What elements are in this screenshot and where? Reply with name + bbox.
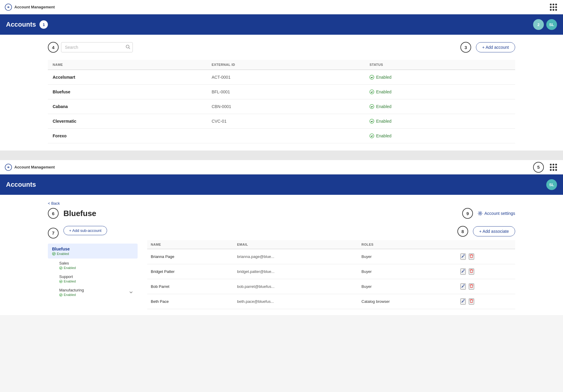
- edit-icon: [461, 299, 465, 303]
- delete-associate-button[interactable]: [469, 283, 474, 290]
- assoc-name-cell: Brianna Page: [151, 254, 174, 259]
- grid-menu-button[interactable]: [549, 2, 558, 12]
- tree-child-item[interactable]: Support Enabled: [55, 272, 138, 285]
- edit-icon: [461, 269, 465, 273]
- top-bar-2: Account Management 5: [0, 160, 563, 174]
- add-sub-account-button[interactable]: + Add sub-account: [63, 226, 107, 235]
- add-account-button[interactable]: + Add account: [476, 42, 515, 52]
- num-circle-6: 6: [48, 208, 59, 219]
- assoc-row[interactable]: Brianna Page brianna.page@blue... Buyer: [147, 249, 515, 264]
- num-circle-7: 7: [48, 228, 59, 238]
- tree-root-name: Bluefuse: [52, 247, 133, 251]
- add-associate-button[interactable]: + Add associate: [473, 226, 515, 236]
- enabled-icon: [369, 104, 374, 109]
- assoc-name-cell: Bob Parret: [151, 284, 169, 289]
- action-icons: [460, 253, 512, 260]
- num-circle-3: 3: [460, 42, 471, 53]
- action-icons: [460, 298, 512, 305]
- delete-icon: [469, 269, 474, 273]
- enabled-icon: [369, 75, 374, 80]
- col-status: STATUS: [365, 60, 515, 70]
- status-cell: Enabled: [369, 75, 510, 80]
- assoc-name-cell: Beth Pace: [151, 299, 169, 304]
- header-title-2: Accounts: [6, 181, 36, 189]
- search-icon: [126, 45, 130, 49]
- user-avatar-initials-1[interactable]: SL: [546, 19, 557, 30]
- table-row[interactable]: Forexo Enabled: [48, 129, 515, 143]
- logo-icon: [5, 4, 12, 11]
- assoc-col-name: NAME: [147, 240, 233, 249]
- tree-child-status: Enabled: [59, 293, 84, 297]
- edit-associate-button[interactable]: [460, 268, 466, 275]
- account-title: Bluefuse: [63, 209, 96, 218]
- search-input[interactable]: [61, 42, 133, 52]
- account-name-cell: Cabana: [53, 104, 68, 109]
- app-logo-2: Account Management: [5, 164, 55, 171]
- right-column: 8 + Add associate NAME EMAIL ROLES: [147, 226, 515, 309]
- assoc-role-cell: Catalog browser: [361, 299, 390, 304]
- edit-icon: [461, 254, 465, 258]
- assoc-row[interactable]: Bob Parret bob.parret@bluefus... Buyer: [147, 279, 515, 294]
- assoc-toolbar: 8 + Add associate: [147, 226, 515, 237]
- user-initials-2: SL: [549, 183, 554, 187]
- svg-point-9: [480, 213, 481, 214]
- page-header: 6 Bluefuse 9 Account settings: [48, 208, 515, 219]
- enabled-icon-child: [59, 266, 63, 270]
- tree-child-status: Enabled: [59, 266, 76, 270]
- edit-associate-button[interactable]: [460, 253, 466, 260]
- account-name-cell: Accelsmart: [53, 75, 75, 80]
- grid-menu-button-2[interactable]: [549, 162, 558, 172]
- account-settings-button[interactable]: Account settings: [478, 211, 515, 216]
- accounts-section: 4 3 + Add account: [0, 35, 563, 151]
- delete-associate-button[interactable]: [469, 268, 474, 275]
- delete-icon: [469, 299, 474, 303]
- two-col-layout: 7 + Add sub-account Bluefuse Enabled: [48, 226, 515, 309]
- app-logo: Account Management: [5, 4, 55, 11]
- search-button[interactable]: [126, 45, 130, 50]
- delete-associate-button[interactable]: [469, 298, 474, 305]
- external-id-cell: ACT-0001: [211, 75, 230, 80]
- tree-child-item[interactable]: Sales Enabled: [55, 259, 138, 272]
- external-id-cell: BFL-0001: [211, 89, 230, 94]
- header-badge-1: 1: [39, 20, 48, 29]
- assoc-name-cell: Bridget Patter: [151, 269, 175, 274]
- search-wrapper: [61, 42, 133, 52]
- edit-associate-button[interactable]: [460, 283, 466, 290]
- table-row[interactable]: Clevermatic CVC-01 Enabled: [48, 114, 515, 129]
- table-row[interactable]: Cabana CBN-0001 Enabled: [48, 99, 515, 114]
- tree-child-name: Sales: [59, 261, 76, 265]
- account-detail-section: < Back 6 Bluefuse 9 Account settings: [0, 195, 563, 315]
- assoc-email-cell: bridget.patter@blue...: [237, 269, 274, 274]
- enabled-icon-child: [59, 293, 63, 297]
- assoc-row[interactable]: Bridget Patter bridget.patter@blue... Bu…: [147, 264, 515, 279]
- account-name-cell: Forexo: [53, 133, 67, 138]
- tree-child-name: Manufacturing: [59, 288, 84, 292]
- accounts-toolbar: 4 3 + Add account: [48, 42, 515, 53]
- table-row[interactable]: Accelsmart ACT-0001 Enabled: [48, 70, 515, 85]
- account-name-cell: Bluefuse: [53, 89, 70, 94]
- delete-associate-button[interactable]: [469, 253, 474, 260]
- grid-icon: [550, 4, 557, 11]
- status-cell: Enabled: [369, 133, 510, 138]
- tree-child-status: Enabled: [59, 279, 76, 283]
- enabled-icon: [369, 119, 374, 124]
- svg-line-2: [129, 48, 130, 49]
- enabled-icon: [369, 89, 374, 94]
- accounts-table: NAME EXTERNAL ID STATUS Accelsmart ACT-0…: [48, 60, 515, 143]
- tree-child-info: Support Enabled: [59, 274, 76, 283]
- tree-child-item[interactable]: Manufacturing Enabled: [55, 285, 138, 299]
- action-icons: [460, 283, 512, 290]
- assoc-row[interactable]: Beth Pace beth.pace@bluefus... Catalog b…: [147, 294, 515, 309]
- edit-associate-button[interactable]: [460, 298, 466, 305]
- col-external-id: EXTERNAL ID: [207, 60, 365, 70]
- assoc-role-cell: Buyer: [361, 254, 372, 259]
- settings-icon: [478, 211, 483, 216]
- user-avatar-1[interactable]: 2: [533, 19, 544, 30]
- tree-child-info: Manufacturing Enabled: [59, 288, 84, 297]
- user-avatar-initials-2[interactable]: SL: [546, 179, 557, 190]
- enabled-icon-root: [52, 252, 56, 256]
- back-link[interactable]: < Back: [48, 201, 60, 206]
- tree-root-item[interactable]: Bluefuse Enabled: [48, 244, 138, 259]
- table-row[interactable]: Bluefuse BFL-0001 Enabled: [48, 85, 515, 99]
- enabled-icon: [369, 133, 374, 138]
